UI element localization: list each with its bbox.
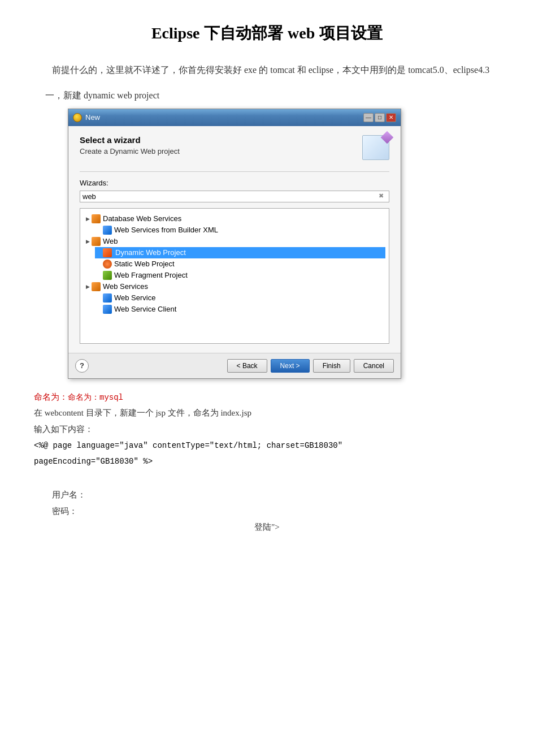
input-label: 输入如下内容： [34,421,500,438]
dialog-titlebar: New — □ ✕ [68,109,401,126]
header-separator [80,171,389,172]
cancel-button[interactable]: Cancel [354,359,394,373]
tree-toggle-web-service [95,294,103,302]
code-line1: <%@ page language="java" contentType="te… [34,439,500,453]
tree-label-ws-builder-xml: Web Services from Builder XML [114,226,218,234]
clear-search-icon[interactable]: ✖ [379,192,387,200]
wizards-label: Wizards: [80,179,389,187]
eclipse-dialog: New — □ ✕ Select a wizard Create a Dynam… [68,109,401,379]
webcontent-line: 在 webcontent 目录下，新建一个 jsp 文件，命名为 index.j… [34,405,500,421]
tree-toggle-static [95,260,103,268]
tree-toggle-web[interactable]: ▶ [84,237,92,245]
wizard-tree: ▶ Database Web Services Web Services fro… [80,208,389,344]
tree-item-ws-builder-xml[interactable]: Web Services from Builder XML [95,224,385,236]
tree-toggle-ws-builder [95,226,103,234]
username-label: 用户名： [52,487,500,503]
password-label: 密码： [52,503,500,520]
intro-paragraph: 前提什么的，这里就不详述了，你首先得安装好 exe 的 tomcat 和 ecl… [34,62,500,79]
wizards-search-row: ✖ [80,191,389,202]
wizard-title: Select a wizard [80,135,180,145]
tree-toggle-web-service-client [95,305,103,313]
help-button[interactable]: ? [75,359,89,373]
web-service-icon [103,293,112,303]
tree-toggle-db-webservices[interactable]: ▶ [84,215,92,223]
tree-label-dynamic-web: Dynamic Web Project [114,248,187,257]
dialog-footer: ? < Back Next > Finish Cancel [68,353,401,378]
tree-label-web-service-client: Web Service Client [114,305,176,313]
tree-toggle-fragment [95,271,103,279]
maximize-button[interactable]: □ [375,113,385,122]
dialog-header-text: Select a wizard Create a Dynamic Web pro… [80,135,180,155]
dialog-header: Select a wizard Create a Dynamic Web pro… [80,135,389,162]
tree-item-static-web[interactable]: Static Web Project [95,258,385,270]
fragment-web-icon [103,271,112,280]
wizards-search-input[interactable] [83,192,379,201]
tree-label-web-service: Web Service [114,293,155,302]
tree-label-fragment-web: Web Fragment Project [114,271,188,279]
tree-label-static-web: Static Web Project [114,260,175,268]
folder-web-icon [92,237,101,246]
tree-item-dynamic-web[interactable]: Dynamic Web Project [95,247,385,258]
section-label: 一，新建 dynamic web project [45,90,500,102]
minimize-button[interactable]: — [363,113,374,122]
folder-db-icon [92,214,101,223]
tree-toggle-dynamic [95,249,103,257]
post-dialog-content: 命名为：命名为：mysql 在 webcontent 目录下，新建一个 jsp … [34,389,500,535]
tree-item-web[interactable]: ▶ Web [84,236,385,247]
dialog-title: New [85,113,100,122]
finish-button[interactable]: Finish [313,359,350,373]
tree-label-web-services: Web Services [103,282,148,291]
titlebar-left: New [73,113,100,122]
footer-buttons: < Back Next > Finish Cancel [227,359,394,373]
back-button[interactable]: < Back [227,359,267,373]
page-title: Eclipse 下自动部署 web 项目设置 [34,23,500,44]
tree-item-web-services[interactable]: ▶ Web Services [84,281,385,292]
wizard-icon [360,135,389,162]
code-line2: pageEncoding="GB18030" %> [34,455,500,469]
next-button[interactable]: Next > [271,359,310,373]
tree-item-fragment-web[interactable]: Web Fragment Project [95,270,385,281]
titlebar-buttons: — □ ✕ [363,113,396,122]
close-button[interactable]: ✕ [386,113,396,122]
webservice-icon [103,226,112,235]
login-label: 登陆"> [34,519,500,535]
dynamic-web-icon [103,248,112,257]
tree-item-db-webservices[interactable]: ▶ Database Web Services [84,213,385,224]
tree-toggle-web-services[interactable]: ▶ [84,283,92,291]
web-service-client-icon [103,305,112,314]
static-web-icon [103,260,112,269]
tree-label-web: Web [103,237,118,245]
tree-label-db-webservices: Database Web Services [103,214,181,223]
wizard-subtitle: Create a Dynamic Web project [80,147,180,155]
naming-line: 命名为：命名为：mysql [34,389,500,405]
dialog-body: Select a wizard Create a Dynamic Web pro… [68,126,401,353]
naming-label: 命名为： [34,392,68,401]
tree-item-web-service[interactable]: Web Service [95,292,385,304]
eclipse-icon [73,113,82,122]
tree-item-web-service-client[interactable]: Web Service Client [95,304,385,315]
folder-web-services-icon [92,282,101,291]
